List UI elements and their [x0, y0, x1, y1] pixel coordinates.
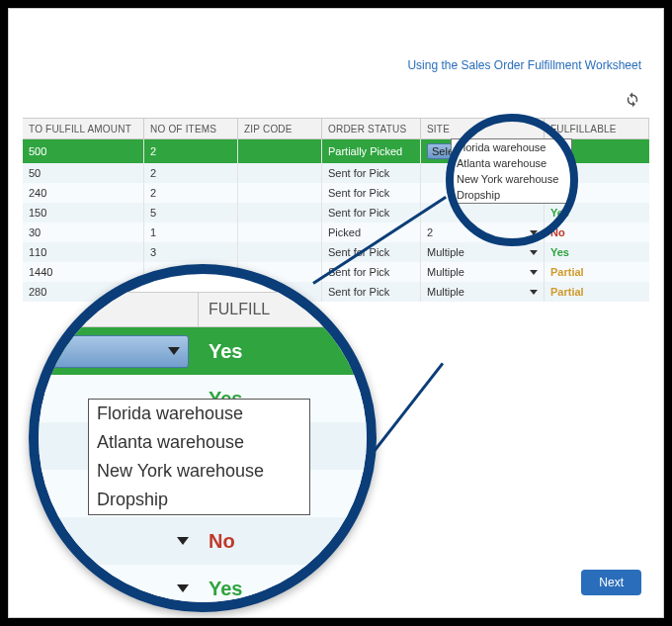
chevron-down-icon [530, 230, 538, 235]
help-link[interactable]: Using the Sales Order Fulfillment Worksh… [407, 58, 641, 72]
zoom-fulfill-cell: Yes [199, 334, 377, 369]
table-row[interactable]: 1440Sent for PickMultiplePartial [23, 262, 649, 282]
chevron-down-icon [530, 270, 538, 275]
chevron-down-icon [530, 250, 538, 255]
col-order-status: ORDER STATUS [322, 118, 421, 139]
zoom-site-option[interactable]: Atlanta warehouse [89, 428, 309, 457]
zoom-site-option[interactable]: New York warehouse [89, 457, 309, 486]
zoom-lens: SITE FULFILL SelectYesYesYesYess2Noltipl… [29, 264, 377, 612]
table-row[interactable]: 301Picked2No [23, 223, 649, 242]
site-option[interactable]: New York warehouse [452, 171, 571, 187]
fulfillable-cell: Partial [545, 262, 649, 282]
col-no-of-items: NO OF ITEMS [144, 118, 238, 139]
col-zip-code: ZIP CODE [238, 118, 322, 139]
fulfillable-cell: Yes [545, 242, 649, 262]
site-cell[interactable]: Multiple [421, 262, 545, 282]
table-row[interactable]: 1103Sent for PickMultipleYes [23, 242, 649, 262]
col-site: SITE [421, 118, 545, 139]
site-cell[interactable] [421, 203, 545, 223]
site-cell[interactable]: 2 [421, 223, 545, 242]
table-row[interactable]: 1505Sent for PickYes [23, 203, 649, 223]
table-header-row: TO FULFILL AMOUNT NO OF ITEMS ZIP CODE O… [23, 118, 649, 139]
chevron-down-icon [177, 537, 189, 545]
site-cell[interactable]: Multiple [421, 242, 545, 262]
refresh-icon[interactable] [624, 90, 641, 108]
next-button[interactable]: Next [581, 570, 641, 595]
fulfillable-cell: Yes [545, 203, 649, 223]
zoom-site-select[interactable]: Select [29, 335, 189, 368]
site-option[interactable]: Florida warehouse [452, 139, 571, 155]
chevron-down-icon [168, 347, 180, 355]
chevron-down-icon [530, 290, 538, 295]
zoom-site-cell[interactable]: s2 [29, 525, 199, 558]
chevron-down-icon [177, 584, 189, 592]
zoom-site-option[interactable]: Dropship [89, 486, 309, 514]
zoom-site-cell[interactable]: Select [29, 329, 199, 374]
zoom-fulfill-cell: No [199, 524, 377, 559]
zoom-row: ltipleYes [29, 565, 377, 612]
zoom-row: SelectYes [29, 327, 377, 375]
zoom-fulfill-cell: Yes [199, 572, 377, 606]
site-dropdown-menu[interactable]: Florida warehouseAtlanta warehouseNew Yo… [451, 138, 572, 204]
fulfillable-cell: Partial [545, 282, 649, 302]
site-option[interactable]: Dropship [452, 187, 571, 203]
zoom-site-cell[interactable]: ltiple [29, 573, 199, 605]
col-fulfillable: FULFILLABLE [545, 118, 649, 139]
col-to-fulfill-amount: TO FULFILL AMOUNT [23, 118, 144, 139]
zoom-site-option[interactable]: Florida warehouse [89, 400, 309, 428]
site-cell[interactable]: Multiple [421, 282, 545, 302]
site-option[interactable]: Atlanta warehouse [452, 155, 571, 171]
zoom-site-dropdown-menu[interactable]: Florida warehouseAtlanta warehouseNew Yo… [88, 399, 310, 515]
fulfillable-cell: No [545, 223, 649, 242]
fulfillment-worksheet-panel: Using the Sales Order Fulfillment Worksh… [8, 8, 664, 618]
zoom-row: s2No [29, 517, 377, 565]
